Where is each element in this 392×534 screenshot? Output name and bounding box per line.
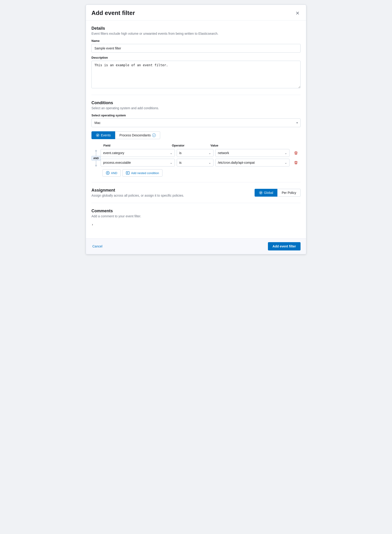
- connector-line-top: [96, 152, 96, 156]
- connector-line-bottom: [96, 161, 96, 165]
- process-info-icon: i: [152, 133, 156, 137]
- delete-icon-2: [294, 161, 298, 165]
- add-and-icon: [106, 171, 110, 175]
- delete-row-1-button[interactable]: [291, 150, 301, 156]
- conditions-header: Field Operator Value: [91, 144, 301, 147]
- conditions-desc: Select an operating system and add condi…: [91, 106, 301, 110]
- delete-icon-1: [294, 151, 298, 155]
- value-select-wrap-1: network file process: [215, 149, 289, 157]
- os-select[interactable]: Windows Mac Linux: [91, 118, 301, 127]
- condition-rows-list: event.category process.executable is is …: [101, 149, 301, 166]
- assign-per-policy-label: Per Policy: [282, 191, 296, 194]
- name-label: Name: [91, 39, 301, 43]
- comments-section: Comments Add a comment to your event fil…: [91, 208, 301, 227]
- cancel-button[interactable]: Cancel: [91, 243, 103, 250]
- details-section: Details Event filters exclude high volum…: [91, 26, 301, 89]
- global-check-icon: [259, 191, 263, 194]
- field-select-wrap-2: event.category process.executable: [101, 159, 175, 166]
- field-col-header: Field: [103, 144, 170, 147]
- field-select-2[interactable]: event.category process.executable: [101, 159, 175, 166]
- assignment-title: Assignment: [91, 188, 251, 193]
- field-select-1[interactable]: event.category process.executable: [101, 149, 175, 157]
- name-input[interactable]: [91, 44, 301, 53]
- assign-global-label: Global: [264, 191, 273, 194]
- modal-header: Add event filter: [86, 5, 306, 20]
- tab-events[interactable]: Events: [91, 131, 115, 139]
- operator-select-1[interactable]: is is not: [177, 149, 214, 157]
- close-button[interactable]: [294, 10, 301, 16]
- value-col-header: Value: [210, 144, 289, 147]
- condition-row-2: event.category process.executable is is …: [101, 159, 301, 166]
- details-title: Details: [91, 26, 301, 31]
- value-select-1[interactable]: network file process: [215, 149, 289, 157]
- close-icon: [295, 11, 300, 15]
- add-and-button[interactable]: AND: [103, 169, 121, 177]
- modal-title: Add event filter: [91, 9, 135, 17]
- os-select-wrapper: Windows Mac Linux ▾: [91, 118, 301, 127]
- assignment-desc: Assign globally across all policies, or …: [91, 194, 251, 197]
- add-and-label: AND: [111, 171, 117, 175]
- condition-row-1: event.category process.executable is is …: [101, 149, 301, 157]
- and-badge: AND: [91, 156, 101, 161]
- assignment-tabs: Global Per Policy: [255, 189, 301, 197]
- modal-body: Details Event filters exclude high volum…: [86, 20, 306, 238]
- add-nested-button[interactable]: Add nested condition: [122, 169, 162, 177]
- divider-2: [91, 182, 301, 182]
- events-check-icon: [96, 133, 99, 137]
- tab-process-label: Process Descendants: [120, 133, 151, 137]
- assignment-section: Assignment Assign globally across all po…: [91, 188, 301, 197]
- assign-global-tab[interactable]: Global: [255, 189, 277, 197]
- add-buttons-row: AND Add nested condition: [103, 169, 301, 177]
- delete-row-2-button[interactable]: [291, 160, 301, 165]
- divider-1: [91, 95, 301, 95]
- comments-title: Comments: [91, 208, 301, 213]
- operator-col-header: Operator: [172, 144, 209, 147]
- field-select-wrap-1: event.category process.executable: [101, 149, 175, 157]
- conditions-rows: AND event.category process.executable: [91, 149, 301, 166]
- value-select-wrap-2: /etc/cron.daily/apt-compat: [215, 159, 289, 166]
- description-label: Description: [91, 56, 301, 59]
- add-nested-label: Add nested condition: [131, 171, 159, 175]
- operator-select-wrap-2: is is not: [177, 159, 214, 166]
- divider-3: [91, 203, 301, 203]
- operator-select-wrap-1: is is not: [177, 149, 214, 157]
- details-desc: Event filters exclude high volume or unw…: [91, 32, 301, 35]
- assignment-text: Assignment Assign globally across all po…: [91, 188, 251, 197]
- operator-select-2[interactable]: is is not: [177, 159, 214, 166]
- conditions-title: Conditions: [91, 100, 301, 105]
- modal-footer: Cancel Add event filter: [86, 238, 306, 254]
- connector-dot-bottom: [95, 165, 97, 166]
- tab-process-descendants[interactable]: Process Descendants i: [115, 131, 160, 139]
- connector-dot-top: [95, 150, 97, 152]
- comments-expand-button[interactable]: ›: [91, 222, 93, 227]
- tab-events-label: Events: [101, 133, 111, 137]
- value-select-2[interactable]: /etc/cron.daily/apt-compat: [215, 159, 289, 166]
- comments-desc: Add a comment to your event filter.: [91, 214, 301, 218]
- condition-tabs: Events Process Descendants i: [91, 131, 301, 139]
- and-connector: AND: [91, 149, 101, 166]
- add-nested-icon: [126, 171, 130, 175]
- conditions-section: Conditions Select an operating system an…: [91, 100, 301, 177]
- assign-per-policy-tab[interactable]: Per Policy: [277, 189, 301, 197]
- assignment-row: Assignment Assign globally across all po…: [91, 188, 301, 197]
- description-input[interactable]: This is an example of an event filter.: [91, 61, 301, 88]
- add-event-filter-modal: Add event filter Details Event filters e…: [86, 5, 306, 254]
- submit-button[interactable]: Add event filter: [268, 242, 301, 250]
- os-label: Select operating system: [91, 113, 301, 117]
